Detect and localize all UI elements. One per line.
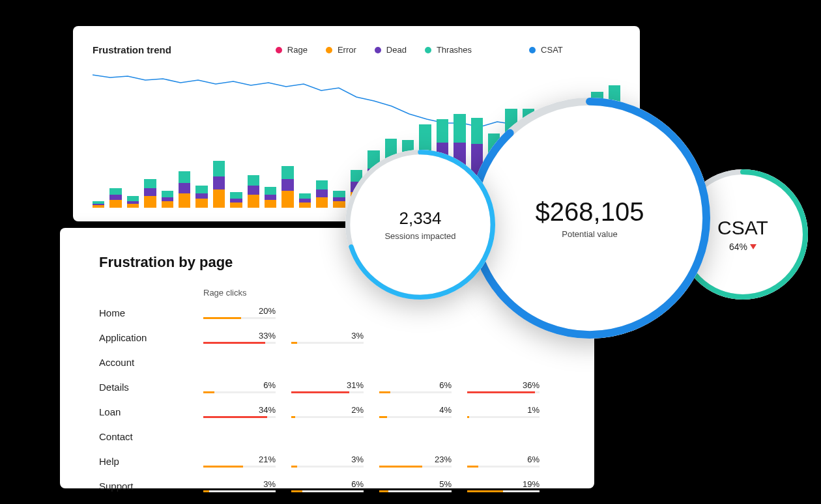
bar-seg-error <box>162 201 173 208</box>
metric-fill <box>203 391 214 393</box>
bar-seg-thrashes <box>248 175 259 186</box>
bar-seg-thrashes <box>230 192 242 199</box>
metric-fill <box>291 466 297 468</box>
bar-seg-error <box>195 199 207 208</box>
metric-pct: 33% <box>203 331 276 342</box>
bar-seg-thrashes <box>333 191 345 197</box>
dot-icon <box>529 47 536 53</box>
dot-icon <box>276 47 282 53</box>
bar-seg-thrashes <box>265 187 276 195</box>
metric-track <box>467 391 540 393</box>
metric-fill <box>291 490 302 492</box>
bar <box>213 161 225 208</box>
bar-seg-thrashes <box>127 196 139 201</box>
bar <box>333 191 345 208</box>
metric-track <box>203 391 276 393</box>
bar-seg-error <box>265 200 276 208</box>
dot-icon <box>326 47 332 53</box>
bar-seg-thrashes <box>316 180 328 189</box>
bar-seg-thrashes <box>419 124 431 150</box>
potential-value: $268,105 <box>536 197 644 227</box>
metric-track <box>379 416 452 418</box>
metric-cell: 23% <box>379 455 467 468</box>
metric-fill <box>203 416 267 418</box>
metric-fill <box>203 466 243 468</box>
metric-pct: 34% <box>203 405 276 416</box>
metric-cell: 5% <box>379 479 467 492</box>
metric-fill <box>203 342 265 344</box>
bar-seg-thrashes <box>144 179 156 188</box>
metric-cell: 6% <box>467 455 555 468</box>
metric-pct: 4% <box>379 405 452 416</box>
bar <box>316 180 328 208</box>
bar-seg-error <box>93 205 104 208</box>
bar-seg-dead <box>213 176 225 189</box>
bar-seg-thrashes <box>454 114 465 143</box>
table-row: Support3%6%5%19% <box>99 473 555 498</box>
page-name: Loan <box>99 406 203 417</box>
metric-track <box>203 342 276 344</box>
page-name: Support <box>99 481 203 492</box>
bar <box>109 188 121 208</box>
metric-cell: 6% <box>291 479 379 492</box>
bar-seg-error <box>109 200 121 208</box>
bar-seg-error <box>333 201 345 208</box>
dot-icon <box>425 47 431 53</box>
metric-cell: 21% <box>203 455 291 468</box>
bar-seg-thrashes <box>162 191 173 197</box>
metric-track <box>467 490 540 492</box>
metric-cell: 3% <box>291 455 379 468</box>
bar-seg-dead <box>265 195 276 200</box>
metric-fill <box>291 391 349 393</box>
metric-pct: 3% <box>291 331 364 342</box>
metric-fill <box>467 490 503 492</box>
metric-pct: 2% <box>291 405 364 416</box>
metric-pct: 19% <box>467 479 540 490</box>
bar <box>179 171 190 208</box>
trend-title: Frustration trend <box>93 44 171 55</box>
metric-track <box>203 490 276 492</box>
bar-seg-dead <box>281 179 293 191</box>
bar <box>299 193 311 208</box>
metric-track <box>203 317 276 319</box>
metric-fill <box>291 416 295 418</box>
table-row: Details6%31%6%36% <box>99 374 555 399</box>
bar-seg-dead <box>109 195 121 200</box>
metric-cell: 6% <box>203 380 291 393</box>
legend-csat: CSAT <box>529 45 563 55</box>
metric-fill <box>467 466 478 468</box>
metric-pct: 20% <box>203 306 276 317</box>
metric-cell: 36% <box>467 380 555 393</box>
metric-cell: 2% <box>291 405 379 418</box>
bar-seg-error <box>213 189 225 208</box>
metric-fill <box>291 342 297 344</box>
metric-pct: 3% <box>291 455 364 466</box>
page-name: Home <box>99 307 203 318</box>
metric-track <box>379 391 452 393</box>
potential-value-ring: $268,105 Potential value <box>469 98 710 339</box>
bar-seg-thrashes <box>281 166 293 179</box>
metric-pct: 3% <box>203 479 276 490</box>
metric-track <box>291 416 364 418</box>
bar-seg-dead <box>195 193 207 199</box>
metric-fill <box>467 391 535 393</box>
metric-cell: 3% <box>203 479 291 492</box>
metric-track <box>203 466 276 468</box>
legend-error: Error <box>326 45 356 55</box>
dot-icon <box>375 47 381 53</box>
table-row: Help21%3%23%6% <box>99 449 555 473</box>
bar-seg-thrashes <box>299 193 311 199</box>
metric-cell: 4% <box>379 405 467 418</box>
metric-pct: 23% <box>379 455 452 466</box>
bar-seg-error <box>248 195 259 208</box>
bar <box>162 191 173 208</box>
sessions-impacted-label: Sessions impacted <box>384 231 455 241</box>
metric-cell: 33% <box>203 331 291 344</box>
bar <box>230 192 242 208</box>
page-name: Contact <box>99 431 203 442</box>
metric-cell: 19% <box>467 479 555 492</box>
table-row: Account <box>99 350 555 374</box>
bar <box>281 166 293 208</box>
bar-seg-thrashes <box>109 188 121 195</box>
metric-cell: 31% <box>291 380 379 393</box>
